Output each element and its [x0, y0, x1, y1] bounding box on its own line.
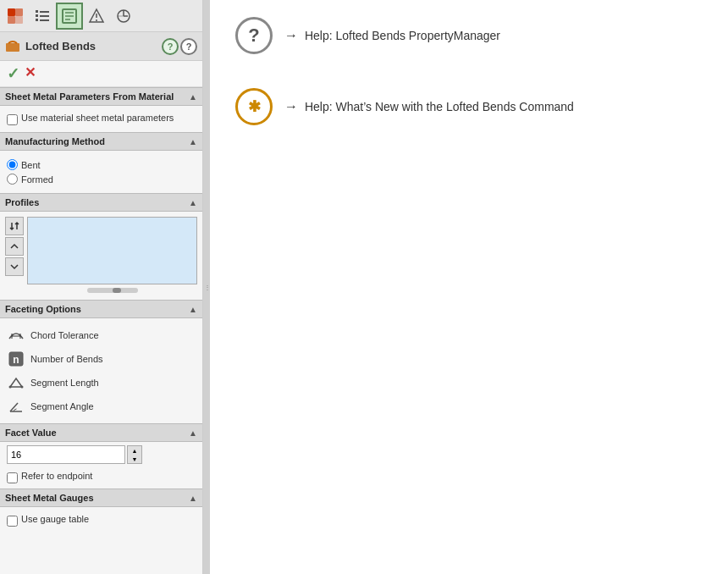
- number-of-bends-label: Number of Bends: [30, 354, 103, 364]
- svg-rect-5: [40, 11, 49, 13]
- svg-rect-7: [40, 15, 49, 17]
- facet-value-input[interactable]: [7, 445, 125, 464]
- arrow-1: →: [284, 28, 298, 42]
- refer-to-endpoint-checkbox[interactable]: [7, 472, 18, 483]
- help-button-2[interactable]: ?: [180, 38, 197, 55]
- chord-tolerance-icon: [7, 326, 25, 345]
- solidworks-icon-btn[interactable]: [2, 3, 29, 30]
- arrow-2: →: [284, 99, 298, 113]
- manufacturing-title: Manufacturing Method: [5, 136, 105, 146]
- profiles-scrollbar[interactable]: [27, 286, 197, 295]
- facet-value-body: ▲ ▼ Refer to endpoint: [0, 442, 202, 488]
- manufacturing-section-header[interactable]: Manufacturing Method ▲: [0, 132, 202, 151]
- formed-radio[interactable]: [7, 174, 18, 185]
- use-material-label: Use material sheet metal parameters: [21, 113, 174, 123]
- accept-button[interactable]: ✓: [7, 64, 19, 83]
- svg-rect-21: [6, 43, 19, 52]
- svg-rect-9: [40, 19, 49, 21]
- profiles-title: Profiles: [5, 197, 39, 207]
- segment-length-row: Segment Length: [7, 371, 196, 395]
- svg-text:n: n: [13, 354, 19, 366]
- help-text-1: → Help: Lofted Bends PropertyManager: [284, 28, 500, 43]
- segment-angle-row: Segment Angle: [7, 395, 196, 418]
- profile-down-btn[interactable]: [5, 257, 24, 276]
- property-manager-btn[interactable]: [56, 3, 83, 30]
- help-link-2[interactable]: Help: What’s New with the Lofted Bends C…: [305, 100, 574, 113]
- panel-content: Sheet Metal Parameters From Material ▲ U…: [0, 87, 202, 574]
- segment-length-label: Segment Length: [30, 378, 99, 388]
- svg-rect-1: [15, 8, 23, 16]
- help-link-1[interactable]: Help: Lofted Bends PropertyManager: [305, 29, 500, 42]
- use-gauge-table-checkbox[interactable]: [7, 516, 18, 527]
- facet-value-input-row: ▲ ▼: [7, 445, 196, 464]
- help-text-2: → Help: What’s New with the Lofted Bends…: [284, 99, 574, 114]
- chord-tolerance-row: Chord Tolerance: [7, 323, 196, 347]
- bent-label: Bent: [21, 160, 41, 170]
- refer-to-endpoint-label: Refer to endpoint: [21, 471, 92, 481]
- configuration-manager-btn[interactable]: [83, 3, 110, 30]
- number-of-bends-icon: n: [7, 350, 25, 368]
- panel-title: Lofted Bends: [25, 40, 96, 52]
- use-gauge-table-label: Use gauge table: [21, 514, 89, 524]
- segment-angle-icon: [7, 397, 25, 416]
- sheet-metal-chevron: ▲: [189, 92, 197, 102]
- svg-point-28: [21, 386, 24, 389]
- manufacturing-body: Bent Formed: [0, 151, 202, 193]
- action-bar: ✓ ✕: [0, 61, 202, 87]
- facet-value-title: Facet Value: [5, 428, 57, 438]
- use-material-checkbox[interactable]: [7, 114, 18, 125]
- panel-header: Lofted Bends ? ?: [0, 32, 202, 61]
- profile-up-btn[interactable]: [5, 237, 24, 256]
- facet-value-chevron: ▲: [189, 428, 197, 438]
- profiles-buttons: [5, 217, 24, 295]
- use-gauge-table-row: Use gauge table: [7, 512, 196, 528]
- left-panel: Lofted Bends ? ? ✓ ✕ Sheet Metal Paramet…: [0, 0, 203, 574]
- help-row-1: ? → Help: Lofted Bends PropertyManager: [235, 17, 703, 54]
- faceting-section-header[interactable]: Faceting Options ▲: [0, 300, 202, 318]
- sheet-metal-gauges-chevron: ▲: [189, 494, 197, 503]
- help-icon-1[interactable]: ?: [235, 17, 273, 54]
- sheet-metal-gauges-header[interactable]: Sheet Metal Gauges ▲: [0, 488, 202, 507]
- svg-rect-4: [36, 10, 38, 13]
- cam-manager-btn[interactable]: [110, 3, 137, 30]
- faceting-chevron: ▲: [189, 305, 197, 314]
- number-of-bends-row: n Number of Bends: [7, 347, 196, 371]
- profiles-chevron: ▲: [189, 198, 197, 207]
- help-button-1[interactable]: ?: [162, 38, 179, 55]
- chord-tolerance-label: Chord Tolerance: [30, 330, 99, 340]
- spinner-up-btn[interactable]: ▲: [128, 446, 141, 455]
- facet-value-section-header[interactable]: Facet Value ▲: [0, 423, 202, 442]
- faceting-body: Chord Tolerance n Number of Bends: [0, 318, 202, 423]
- faceting-title: Faceting Options: [5, 304, 81, 314]
- lofted-bends-icon: [5, 39, 20, 54]
- sheet-metal-title: Sheet Metal Parameters From Material: [5, 91, 174, 102]
- sheet-metal-section-header[interactable]: Sheet Metal Parameters From Material ▲: [0, 87, 202, 106]
- svg-rect-3: [15, 16, 23, 24]
- svg-rect-0: [8, 8, 15, 16]
- panel-title-row: Lofted Bends: [5, 39, 96, 54]
- resize-handle[interactable]: ⋮: [203, 0, 210, 574]
- formed-label: Formed: [21, 174, 53, 185]
- feature-manager-btn[interactable]: [29, 3, 56, 30]
- bent-radio[interactable]: [7, 159, 18, 170]
- segment-angle-label: Segment Angle: [30, 401, 94, 411]
- svg-rect-8: [36, 19, 38, 21]
- use-material-row: Use material sheet metal parameters: [7, 111, 196, 127]
- sheet-metal-gauges-title: Sheet Metal Gauges: [5, 493, 94, 503]
- resize-dots: ⋮: [204, 284, 210, 291]
- help-row-2: ✱ → Help: What’s New with the Lofted Ben…: [235, 88, 703, 125]
- spinner-down-btn[interactable]: ▼: [128, 455, 141, 463]
- profiles-body: [0, 212, 202, 300]
- bent-radio-row: Bent: [7, 159, 196, 170]
- facet-value-spinner: ▲ ▼: [127, 445, 142, 464]
- sheet-metal-gauges-body: Use gauge table: [0, 507, 202, 533]
- profiles-list[interactable]: [27, 217, 197, 284]
- manufacturing-chevron: ▲: [189, 137, 197, 146]
- svg-point-27: [9, 386, 12, 389]
- cancel-button[interactable]: ✕: [25, 64, 36, 83]
- profiles-section-header[interactable]: Profiles ▲: [0, 193, 202, 212]
- profile-swap-btn[interactable]: [5, 217, 24, 235]
- refer-to-endpoint-row: Refer to endpoint: [7, 469, 196, 485]
- right-panel: ? → Help: Lofted Bends PropertyManager ✱…: [210, 0, 728, 574]
- help-icon-2[interactable]: ✱: [235, 88, 273, 125]
